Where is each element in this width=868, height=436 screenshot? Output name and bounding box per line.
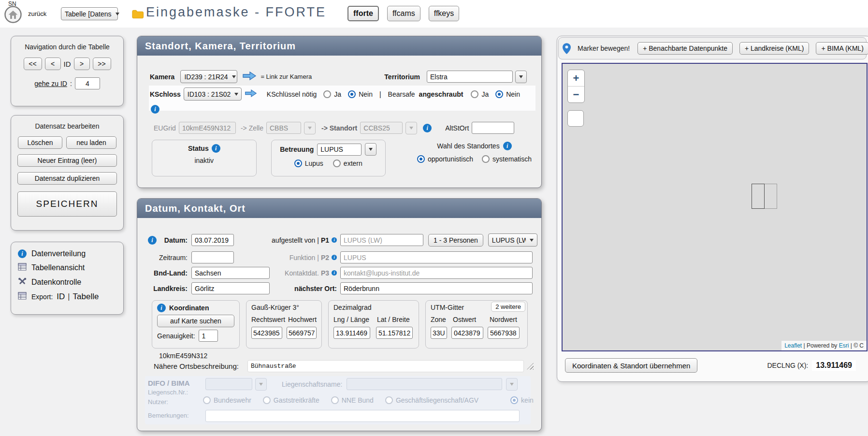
- leaflet-link[interactable]: Leaflet: [784, 342, 802, 349]
- landkreise-kml-button[interactable]: + Landkreise (KML): [739, 42, 810, 55]
- home-icon[interactable]: [4, 5, 22, 26]
- utm-nordwert-input[interactable]: [488, 327, 520, 339]
- kschloss-info-icon[interactable]: i: [151, 105, 159, 114]
- tab-ffkeys[interactable]: ffkeys: [429, 6, 460, 21]
- datenpunkte-button[interactable]: + Benachbarte Datenpunkte: [637, 42, 733, 55]
- bemerkungen-input[interactable]: [205, 410, 520, 422]
- bima-kml-button[interactable]: + BIMA (KML): [816, 42, 868, 55]
- gk-col2-label: Hochwert: [288, 316, 317, 323]
- tab-ffcams[interactable]: ffcams: [387, 6, 420, 21]
- table-select[interactable]: Tabelle [Datens: [61, 7, 118, 20]
- kschluessel-label: KSchlüssel nötig: [267, 90, 317, 98]
- kschloss-link-arrow-icon[interactable]: [245, 89, 257, 100]
- betreuung-extern-radio[interactable]: [333, 160, 341, 167]
- utm-more-button[interactable]: 2 weitere: [491, 302, 525, 312]
- utm-ostwert-input[interactable]: [451, 327, 483, 339]
- separator-pipe: |: [379, 90, 381, 98]
- utm-zone-input[interactable]: [431, 327, 447, 339]
- reload-button[interactable]: neu laden: [66, 136, 116, 149]
- duplicate-button[interactable]: Datensatz duplizieren: [17, 172, 117, 185]
- esri-link[interactable]: Esri: [839, 342, 849, 349]
- p3-input[interactable]: [340, 267, 533, 279]
- kamera-select[interactable]: ID239 : 21R24: [180, 70, 237, 83]
- first-record-button[interactable]: <<: [24, 58, 42, 70]
- datum-input[interactable]: [191, 234, 234, 246]
- sidebar-item-datenkontrolle[interactable]: Datenkontrolle: [11, 275, 123, 290]
- datum-info-icon[interactable]: i: [148, 236, 157, 245]
- karte-suchen-button[interactable]: auf Karte suchen: [157, 315, 234, 327]
- altstort-input[interactable]: [472, 122, 514, 134]
- zeitraum-input[interactable]: [191, 251, 234, 263]
- goto-id-input[interactable]: [75, 77, 100, 89]
- utm-col3-label: Nordwert: [490, 316, 517, 323]
- delete-button[interactable]: Löschen: [18, 136, 62, 149]
- territorium-input[interactable]: [427, 71, 513, 83]
- kschluessel-nein-radio[interactable]: [348, 90, 356, 98]
- p1-select[interactable]: LUPUS (LW: [488, 233, 537, 247]
- status-info-icon[interactable]: i: [212, 144, 220, 153]
- map-canvas[interactable]: + − Leaflet | Powered by Esri | © C: [562, 63, 868, 351]
- koordinaten-box: i Koordinaten auf Karte suchen Genauigke…: [152, 300, 240, 349]
- back-link[interactable]: zurück: [28, 10, 46, 17]
- next-record-button[interactable]: >: [74, 58, 90, 70]
- p1-info-icon[interactable]: i: [332, 237, 337, 243]
- territorium-dropdown-button[interactable]: [515, 71, 527, 83]
- standort-info-icon[interactable]: i: [423, 124, 432, 132]
- goto-id-link[interactable]: gehe zu ID: [34, 80, 67, 87]
- save-button[interactable]: SPEICHERN: [17, 191, 117, 217]
- ortsbeschreibung-input[interactable]: [247, 360, 524, 372]
- hochwert-input[interactable]: [287, 327, 317, 339]
- nutzer-gaststreitkraefte-radio: [263, 396, 271, 404]
- bearsafe-ja-radio[interactable]: [471, 90, 478, 98]
- last-record-button[interactable]: >>: [93, 58, 111, 70]
- map-layers-control[interactable]: [567, 110, 584, 127]
- personen-button[interactable]: 1 - 3 Personen: [428, 234, 483, 247]
- new-entry-button[interactable]: Neuer Eintrag (leer): [17, 154, 117, 167]
- datum-label: Datum:: [164, 236, 188, 244]
- betreuung-lupus-radio[interactable]: [294, 160, 302, 167]
- camera-link-arrow-icon[interactable]: [242, 71, 257, 83]
- chevron-down-icon: [232, 75, 236, 78]
- rechtswert-input[interactable]: [251, 327, 282, 339]
- liegenschaftsname-input: [347, 378, 502, 390]
- koordinaten-info-icon[interactable]: i: [157, 304, 166, 312]
- p3-info-icon[interactable]: i: [332, 270, 337, 276]
- map-marker-placeholder[interactable]: [752, 184, 777, 209]
- genauigkeit-label: Genauigkeit:: [157, 332, 195, 340]
- wahl-systematisch-radio[interactable]: [482, 155, 490, 163]
- bearsafe-nein-radio[interactable]: [495, 90, 503, 98]
- betreuung-input[interactable]: [317, 144, 362, 156]
- nutzer-nne-bund-radio: [331, 396, 339, 404]
- export-label: Export:: [31, 293, 53, 301]
- p1-input[interactable]: [340, 234, 423, 246]
- kschluessel-ja-radio[interactable]: [323, 90, 331, 98]
- sidebar-item-tabellenansicht[interactable]: Tabellenansicht: [11, 261, 123, 275]
- prev-record-button[interactable]: <: [45, 58, 61, 70]
- chevron-down-icon: [409, 127, 413, 130]
- export-id-link[interactable]: ID: [57, 292, 65, 302]
- breite-input[interactable]: [376, 327, 413, 339]
- p2-input[interactable]: [340, 251, 533, 263]
- difo-block: DIFO / BIMA Liegensch.Nr.: Liegenschafts…: [145, 376, 531, 424]
- tab-fforte[interactable]: fforte: [347, 6, 379, 21]
- naechster-ort-input[interactable]: [340, 282, 533, 294]
- tools-panel: i Datenverteilung Tabellenansicht Datenk…: [11, 242, 124, 315]
- zoom-out-button[interactable]: −: [568, 87, 584, 102]
- zoom-in-button[interactable]: +: [568, 70, 584, 87]
- kschluessel-ja-label: Ja: [334, 90, 341, 98]
- apply-coordinates-button[interactable]: Koordinaten & Standort übernehmen: [565, 358, 697, 373]
- kschloss-select[interactable]: ID103 : 21S02: [184, 87, 242, 101]
- wahl-opportunistisch-radio[interactable]: [417, 155, 425, 163]
- sidebar-item-datenverteilung[interactable]: i Datenverteilung: [11, 247, 123, 261]
- laenge-input[interactable]: [333, 327, 370, 339]
- chevron-down-icon: [510, 383, 514, 386]
- export-table-link[interactable]: Tabelle: [73, 292, 99, 302]
- wahl-info-icon[interactable]: i: [503, 142, 512, 150]
- dez-col2-label: Lat / Breite: [377, 316, 410, 323]
- p2-info-icon[interactable]: i: [332, 255, 337, 260]
- goto-id-colon: :: [70, 80, 72, 87]
- kamera-row: Kamera ID239 : 21R24 = Link zur Kamera T…: [150, 70, 527, 83]
- genauigkeit-input[interactable]: [199, 330, 218, 342]
- resize-grip-icon[interactable]: [527, 363, 534, 370]
- betreuung-dropdown-button[interactable]: [365, 143, 376, 156]
